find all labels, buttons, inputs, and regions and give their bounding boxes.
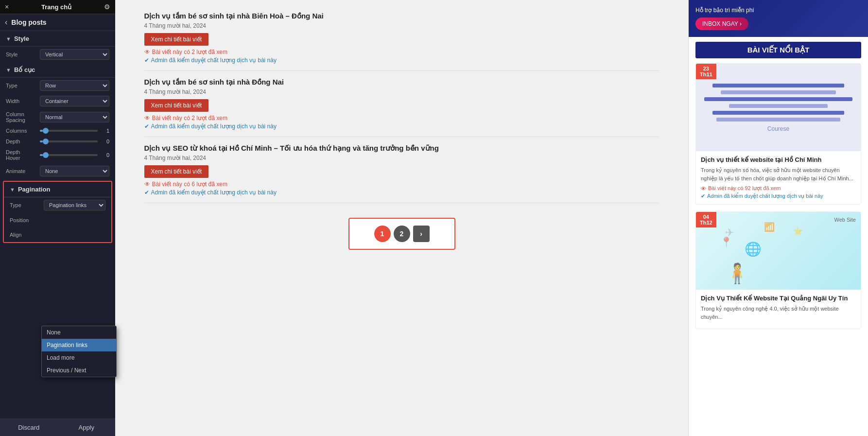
style-row: Style Vertical <box>0 47 115 62</box>
depth-hover-slider-container: 0 <box>40 152 109 158</box>
eye-icon: 👁 <box>144 115 150 122</box>
columns-row: Columns 1 <box>0 125 115 136</box>
style-section-toggle[interactable]: ▼ Style <box>0 31 115 47</box>
dropdown-item-load-more[interactable]: Load more <box>42 351 115 364</box>
date-badge: 23 Th11 <box>696 64 716 79</box>
globe-icon: 🌐 <box>745 241 762 257</box>
website-card-body: Dịch Vụ Thiết Kế Website Tại Quảng Ngãi … <box>696 290 861 329</box>
eye-icon: 👁 <box>144 49 150 55</box>
pagination-bar: 1 2 › <box>348 218 455 250</box>
post-detail-button[interactable]: Xem chi tiết bài viết <box>144 165 209 178</box>
post-item: Dịch vụ SEO từ khoá tại Hồ Chí Minh – Tố… <box>144 137 660 203</box>
depth-hover-slider-track[interactable] <box>40 154 98 156</box>
post-item: Dịch vụ tắm bé sơ sinh tại nhà Đồng Nai … <box>144 71 660 137</box>
post-views: 👁 Bài viết này có 2 lượt đã xem <box>144 115 660 122</box>
featured-section: BÀI VIẾT NỔI BẬT 23 Th11 Courese <box>689 37 868 341</box>
page-2-button[interactable]: 2 <box>394 226 410 242</box>
layout-section-toggle[interactable]: ▼ Bố cục <box>0 62 115 78</box>
pagination-toggle-arrow: ▼ <box>10 187 15 192</box>
depth-hover-row: DepthHover 0 <box>0 147 115 163</box>
pagination-position-row: Position <box>4 213 111 227</box>
post-date: 4 Tháng mười hai, 2024 <box>144 88 660 95</box>
gear-icon[interactable]: ⚙ <box>104 3 110 11</box>
depth-hover-value: 0 <box>101 152 109 158</box>
pagination-type-dropdown: None Pagination links Load more Previous… <box>41 326 115 377</box>
back-arrow-icon: ‹ <box>5 18 7 27</box>
featured-card-1: 23 Th11 Courese Dịch vụ thiết kế website… <box>695 63 861 205</box>
depth-hover-label: DepthHover <box>6 149 40 161</box>
dropdown-item-none[interactable]: None <box>42 326 115 339</box>
style-label: Style <box>6 52 40 57</box>
inbox-button[interactable]: INBOX NGAY › <box>695 17 748 30</box>
type-row: Type Row <box>0 78 115 93</box>
next-page-button[interactable]: › <box>413 226 430 242</box>
eye-icon: 👁 <box>701 186 706 192</box>
style-section-label: Style <box>14 35 29 42</box>
post-title: Dịch vụ tắm bé sơ sinh tại nhà Đồng Nai <box>144 78 660 87</box>
blog-container: Dịch vụ tắm bé sơ sinh tại nhà Biên Hoà … <box>135 0 669 269</box>
date-badge-2: 04 Th12 <box>696 212 716 227</box>
post-verified: ✔ Admin đã kiểm duyệt chất lượng dịch vụ… <box>144 123 660 130</box>
sidebar-back[interactable]: ‹ Blog posts <box>0 14 115 31</box>
type-label: Type <box>6 83 40 88</box>
width-label: Width <box>6 98 40 104</box>
check-icon: ✔ <box>144 123 149 130</box>
main-content: Dịch vụ tắm bé sơ sinh tại nhà Biên Hoà … <box>115 0 688 436</box>
pagination-type-select[interactable]: Pagination links <box>44 200 105 210</box>
depth-row: Depth 0 <box>0 136 115 147</box>
sidebar-header: × Trang chủ ⚙ <box>0 0 115 14</box>
featured-section-title: BÀI VIẾT NỔI BẬT <box>695 42 861 58</box>
pagination-type-row: Type Pagination links <box>4 197 111 213</box>
date-month-2: Th12 <box>700 220 712 226</box>
pagination-align-label: Align <box>10 232 44 238</box>
col-spacing-select[interactable]: Normal <box>40 112 109 122</box>
website-label: Web Site <box>834 217 856 223</box>
post-detail-button[interactable]: Xem chi tiết bài viết <box>144 99 209 112</box>
left-sidebar: × Trang chủ ⚙ ‹ Blog posts ▼ Style Style… <box>0 0 115 436</box>
dropdown-item-pagination-links[interactable]: Pagination links <box>42 339 115 351</box>
layout-section-label: Bố cục <box>14 66 35 73</box>
right-banner: Hỗ trợ bảo trì miễn phí INBOX NGAY › <box>689 0 868 37</box>
sidebar-footer: Discard Apply <box>0 419 115 436</box>
animate-select[interactable]: None <box>40 166 109 176</box>
post-detail-button[interactable]: Xem chi tiết bài viết <box>144 33 209 46</box>
page-1-button[interactable]: 1 <box>374 226 391 242</box>
discard-button[interactable]: Discard <box>0 419 58 436</box>
col-spacing-label: ColumnSpacing <box>6 111 40 123</box>
apply-button[interactable]: Apply <box>58 419 116 436</box>
location-icon: 📍 <box>720 236 732 248</box>
post-item: Dịch vụ tắm bé sơ sinh tại nhà Biên Hoà … <box>144 5 660 71</box>
type-select[interactable]: Row <box>40 80 109 91</box>
wifi-icon: 📶 <box>764 222 775 232</box>
date-month: Th11 <box>700 71 712 77</box>
right-sidebar: Hỗ trợ bảo trì miễn phí INBOX NGAY › BÀI… <box>688 0 868 436</box>
depth-label: Depth <box>6 139 40 144</box>
col-spacing-row: ColumnSpacing Normal <box>0 109 115 125</box>
post-title: Dịch vụ tắm bé sơ sinh tại nhà Biên Hoà … <box>144 12 660 20</box>
post-verified: ✔ Admin đã kiểm duyệt chất lượng dịch vụ… <box>144 189 660 196</box>
depth-slider-container: 0 <box>40 139 109 144</box>
featured-card-body: Dịch vụ thiết kế website tại Hồ Chí Minh… <box>696 151 861 204</box>
featured-card-verified: ✔ Admin đã kiểm duyệt chất lượng dịch vụ… <box>701 193 856 199</box>
layout-toggle-arrow: ▼ <box>6 67 11 73</box>
mock-screenshot: Courese <box>696 64 861 151</box>
post-date: 4 Tháng mười hai, 2024 <box>144 22 660 29</box>
featured-card-title: Dịch vụ thiết kế website tại Hồ Chí Minh <box>701 156 856 163</box>
pagination-section-toggle[interactable]: ▼ Pagination <box>4 182 111 197</box>
post-views: 👁 Bài viết này có 2 lượt đã xem <box>144 49 660 55</box>
dropdown-item-prev-next[interactable]: Previous / Next <box>42 364 115 377</box>
depth-slider-track[interactable] <box>40 140 98 142</box>
columns-slider-track[interactable] <box>40 130 98 132</box>
width-select[interactable]: Container <box>40 96 109 106</box>
featured-card-desc: Trong kỷ nguyên số hóa, việc sở hữu một … <box>701 166 856 182</box>
pagination-section: ▼ Pagination Type Pagination links Posit… <box>3 181 112 243</box>
website-card-desc: Trong kỷ nguyên công nghệ 4.0, việc sở h… <box>701 305 856 321</box>
style-toggle-arrow: ▼ <box>6 36 11 42</box>
close-button[interactable]: × <box>5 3 9 11</box>
style-select[interactable]: Vertical <box>40 49 109 60</box>
featured-card-views: 👁 Bài viết này có 92 lượt đã xem <box>701 185 856 192</box>
sidebar-body: ▼ Style Style Vertical ▼ Bố cục Type Row… <box>0 31 115 419</box>
check-icon: ✔ <box>144 57 149 64</box>
post-views: 👁 Bài viết này có 6 lượt đã xem <box>144 181 660 188</box>
post-date: 4 Tháng mười hai, 2024 <box>144 155 660 161</box>
